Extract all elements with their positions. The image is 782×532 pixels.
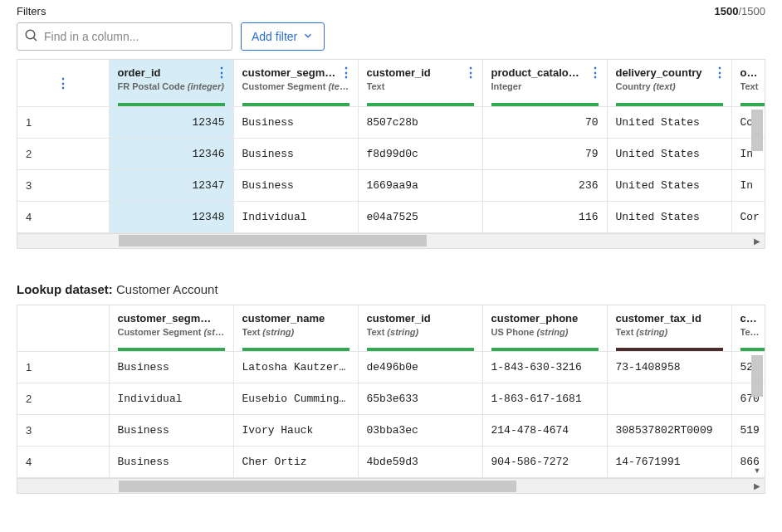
- cell[interactable]: 73-1408958: [607, 352, 731, 383]
- cell[interactable]: 308537802RT0009: [607, 415, 731, 447]
- cell[interactable]: 12346: [109, 138, 233, 169]
- cell[interactable]: United States: [607, 106, 731, 138]
- cell[interactable]: Individual: [109, 383, 233, 415]
- cell[interactable]: 236: [482, 169, 607, 201]
- column-header[interactable]: product_catalo…Integer ⋮: [482, 60, 607, 106]
- cell[interactable]: 1-843-630-3216: [482, 352, 607, 383]
- cell[interactable]: 70: [482, 106, 607, 138]
- cell[interactable]: United States: [607, 201, 731, 232]
- filters-label: Filters: [17, 5, 46, 17]
- column-meta: Country (text): [616, 81, 723, 91]
- column-header[interactable]: customer_tax_idText (string): [607, 305, 731, 352]
- cell[interactable]: Eusebio Cummings P…: [233, 383, 358, 415]
- column-name: order_id: [118, 66, 225, 79]
- cell[interactable]: 8507c28b: [358, 106, 482, 138]
- cell[interactable]: de496b0e: [358, 352, 482, 383]
- table-row[interactable]: 212346Businessf8d99d0c79United StatesIn: [17, 138, 765, 169]
- row-number: 4: [17, 201, 109, 232]
- cell[interactable]: Individual: [233, 201, 358, 232]
- column-meta: US Phone (string): [491, 327, 599, 337]
- table-row[interactable]: 1BusinessLatosha Kautzer PhDde496b0e1-84…: [17, 352, 765, 383]
- table-row[interactable]: 3BusinessIvory Hauck03bba3ec214-478-4674…: [17, 415, 765, 447]
- column-header[interactable]: customer_segmentCustomer Segment (stri…: [109, 305, 233, 352]
- cell[interactable]: Cher Ortiz: [233, 447, 358, 478]
- add-filter-button[interactable]: Add filter: [241, 22, 325, 51]
- cell[interactable]: 12345: [109, 106, 233, 138]
- column-name: order_: [740, 66, 765, 79]
- column-name: customer_name: [242, 312, 349, 325]
- cell[interactable]: e04a7525: [358, 201, 482, 232]
- cell[interactable]: 1669aa9a: [358, 169, 482, 201]
- column-menu-button[interactable]: ⋮: [464, 66, 477, 80]
- table-row[interactable]: 412348Individuale04a7525116United States…: [17, 201, 765, 232]
- svg-point-0: [26, 30, 35, 39]
- cell[interactable]: Business: [109, 447, 233, 478]
- search-input-container[interactable]: [17, 22, 232, 51]
- cell[interactable]: United States: [607, 138, 731, 169]
- table-row[interactable]: 112345Business8507c28b70United StatesCor: [17, 106, 765, 138]
- horizontal-scrollbar[interactable]: ◀ ▶: [17, 233, 765, 248]
- table-row[interactable]: 2IndividualEusebio Cummings P…65b3e6331-…: [17, 383, 765, 415]
- column-header[interactable]: customer_phoneUS Phone (string): [482, 305, 607, 352]
- cell[interactable]: 519: [731, 415, 765, 447]
- cell[interactable]: Business: [109, 415, 233, 447]
- table-row[interactable]: 312347Business1669aa9a236United StatesIn: [17, 169, 765, 201]
- cell[interactable]: 4bde59d3: [358, 447, 482, 478]
- vertical-scrollbar-thumb[interactable]: [751, 355, 763, 397]
- column-header[interactable]: order_idFR Postal Code (integer)⋮: [109, 60, 233, 106]
- cell[interactable]: 116: [482, 201, 607, 232]
- cell[interactable]: Business: [109, 352, 233, 383]
- vertical-scrollbar-thumb[interactable]: [751, 110, 763, 151]
- column-header[interactable]: custonText (str: [731, 305, 765, 352]
- cell[interactable]: Ivory Hauck: [233, 415, 358, 447]
- column-meta: Text (str: [740, 327, 765, 337]
- row-number: 4: [17, 447, 109, 478]
- cell[interactable]: 79: [482, 138, 607, 169]
- cell[interactable]: 904-586-7272: [482, 447, 607, 478]
- column-header[interactable]: order_Text: [731, 60, 765, 106]
- cell[interactable]: Business: [233, 138, 358, 169]
- cell[interactable]: 65b3e633: [358, 383, 482, 415]
- column-name: customer_id: [367, 66, 474, 79]
- cell[interactable]: United States: [607, 169, 731, 201]
- cell[interactable]: 214-478-4674: [482, 415, 607, 447]
- cell[interactable]: Cor: [731, 201, 765, 232]
- column-health-bar: [740, 103, 765, 106]
- column-menu-button[interactable]: ⋮: [215, 66, 228, 80]
- column-name: customer_phone: [491, 312, 599, 325]
- column-header[interactable]: customer_segm…Customer Segment (text)⋮: [233, 60, 358, 106]
- main-table: ⋮order_idFR Postal Code (integer)⋮custom…: [17, 59, 765, 249]
- scroll-right-arrow[interactable]: ▶: [750, 479, 765, 494]
- cell[interactable]: Latosha Kautzer PhD: [233, 352, 358, 383]
- cell[interactable]: f8d99d0c: [358, 138, 482, 169]
- cell[interactable]: 03bba3ec: [358, 415, 482, 447]
- column-menu-button[interactable]: ⋮: [340, 66, 353, 80]
- cell[interactable]: In: [731, 169, 765, 201]
- row-count-current: 1500: [715, 5, 739, 17]
- cell[interactable]: [607, 383, 731, 415]
- search-icon: [24, 28, 44, 46]
- column-header[interactable]: customer_idText ⋮: [358, 60, 482, 106]
- cell[interactable]: 1-863-617-1681: [482, 383, 607, 415]
- column-menu-button[interactable]: ⋮: [713, 66, 726, 80]
- table-row[interactable]: 4BusinessCher Ortiz4bde59d3904-586-72721…: [17, 447, 765, 478]
- column-name: custon: [740, 312, 765, 325]
- cell[interactable]: 14-7671991: [607, 447, 731, 478]
- scroll-down-arrow[interactable]: ▼: [751, 465, 763, 476]
- column-header[interactable]: customer_nameText (string): [233, 305, 358, 352]
- cell[interactable]: Business: [233, 106, 358, 138]
- column-meta: Customer Segment (stri…: [118, 327, 225, 337]
- horizontal-scrollbar[interactable]: ◀ ▶: [17, 478, 765, 493]
- row-menu-button[interactable]: ⋮: [56, 77, 70, 90]
- column-header[interactable]: delivery_countryCountry (text)⋮: [607, 60, 731, 106]
- scroll-right-arrow[interactable]: ▶: [750, 233, 765, 248]
- column-menu-button[interactable]: ⋮: [589, 66, 602, 80]
- cell[interactable]: Business: [233, 169, 358, 201]
- cell[interactable]: 12347: [109, 169, 233, 201]
- cell[interactable]: 12348: [109, 201, 233, 232]
- column-health-bar: [616, 348, 723, 351]
- column-name: product_catalo…: [491, 66, 599, 79]
- row-number: 1: [17, 352, 109, 383]
- search-input[interactable]: [44, 30, 225, 43]
- column-header[interactable]: customer_idText (string): [358, 305, 482, 352]
